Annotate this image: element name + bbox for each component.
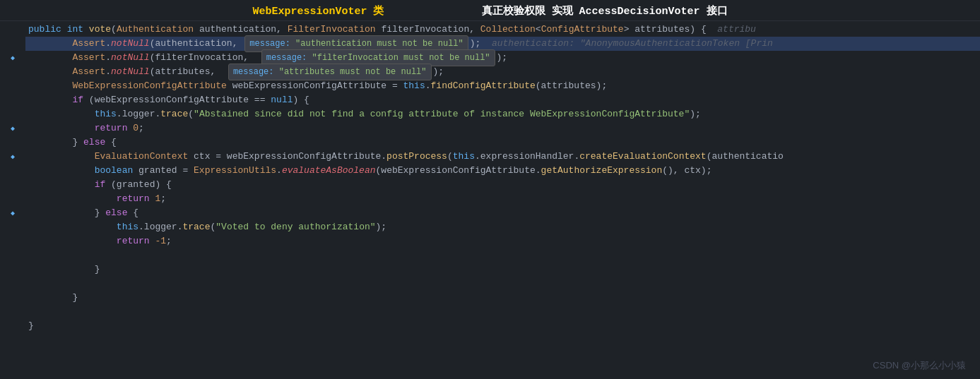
code-line-13: return 1 ; [25,192,980,206]
close7: ); [690,107,701,121]
not-null-italic: notNull [111,37,150,51]
if-kw2: if [95,178,106,192]
brace-open14: { [127,206,138,220]
space3 [194,23,199,37]
find-config: findConfigAttribute [431,79,536,93]
paren-close1: ); [470,37,492,51]
brace-close9: } [72,136,83,150]
space13 [150,192,155,206]
params11: (webExpressionConfigAttribute. [376,164,541,178]
indent-line5 [28,79,72,93]
get-authorize: getAuthorizeExpression [541,164,663,178]
gutter-line-21 [0,305,25,319]
type-webexpression: WebExpressionConfigAttribute [72,79,226,93]
else-kw: else [83,136,105,150]
gutter-line-14: ◆ [0,206,25,220]
hint-label-text: message: [249,39,290,49]
assert-class: Assert [72,37,105,51]
gutter-line-13 [0,192,25,206]
space11: granted = [133,164,194,178]
gutter-line-23 [0,333,25,347]
gutter-line-17 [0,248,25,263]
space2 [83,23,89,37]
gutter-line-16 [0,234,25,248]
semi13: ; [160,192,166,206]
indent-line7 [28,107,95,121]
kw-int: int [67,23,83,37]
code-line-18: } [25,263,980,277]
dot4: . [425,79,431,93]
gutter-line-22 [0,319,25,333]
indent-line13 [28,192,117,206]
paren-open1: (authentication, [150,37,244,51]
boolean-kw: boolean [95,164,134,178]
paren-close2: ); [497,51,508,65]
expr-utils: ExpressionUtils [194,164,276,178]
dot5: . [117,107,122,121]
logger-ref2: logger. [144,220,183,234]
string-abstained: "Abstained since did not find a config a… [194,107,690,121]
method-vote: vote [89,23,111,37]
string-voted: "Voted to deny authorization" [216,220,375,234]
indent-line11 [28,164,95,178]
gutter-line-4 [0,65,25,79]
post-process: postProcess [386,150,447,164]
dot3: . [105,65,111,79]
indent-line18 [28,263,95,277]
type-evalcontext: EvaluationContext [95,150,189,164]
hint-label3: message: [233,67,274,77]
code-line-20: } [25,291,980,305]
code-line-19 [25,277,980,291]
gutter-line-18 [0,263,25,277]
param-attributes: attributes) { [634,23,717,37]
code-line-21 [25,305,980,319]
indent-line8 [28,121,95,136]
title-part2: 真正校验权限 实现 AccessDecisionVoter 接口 [482,6,728,18]
empty19 [28,277,34,291]
code-line-1: public int vote ( Authentication authent… [25,23,980,37]
brace-close20: } [72,291,78,305]
code-line-7: this . logger. trace ( "Abstained since … [25,107,980,121]
gutter-line-2 [0,37,25,51]
space16 [150,234,155,248]
dot15: . [138,220,144,234]
brace-close22: } [28,319,34,333]
editor-container: WebExpressionVoter 类 真正校验权限 实现 AccessDec… [0,0,980,379]
code-line-16: return -1 ; [25,234,980,248]
brace-close18: } [95,263,100,277]
gutter: ◆ ◆ ◆ ◆ [0,21,25,372]
param-filterinvocation: filterInvocation, [381,23,480,37]
code-line-2: Assert . notNull (authentication, messag… [25,37,980,51]
type-filterinvocation: FilterInvocation [288,23,376,37]
gutter-line-6 [0,93,25,107]
gutter-line-10: ◆ [0,150,25,164]
hint-string2: "filterInvocation must not be null" [312,53,490,63]
paren-close3: ); [433,65,444,79]
title-part1: WebExpressionVoter 类 [252,6,384,18]
code-line-5: WebExpressionConfigAttribute webExpressi… [25,79,980,93]
paren-open3: (attributes, [150,65,227,79]
if-kw: if [72,93,83,107]
gutter-line-8: ◆ [0,121,25,136]
space6: (webExpressionConfigAttribute == [83,93,271,107]
create-eval: createEvaluationContext [579,150,706,164]
code-line-22: } [25,319,980,333]
indent-line20 [28,291,72,305]
code-area: ◆ ◆ ◆ ◆ public [0,21,980,372]
paren15a: ( [210,220,216,234]
brace-open6: ) { [293,93,309,107]
code-line-10: EvaluationContext ctx = webExpressionCon… [25,150,980,164]
return-val2: 1 [155,192,160,206]
eval-as-bool-italic: evaluateAsBoolean [282,164,376,178]
code-line-17 [25,248,980,263]
code-line-4: Assert . notNull (attributes, message: "… [25,65,980,79]
gutter-line-12 [0,178,25,192]
semi16: ; [166,234,172,248]
title-bar: WebExpressionVoter 类 真正校验权限 实现 AccessDec… [0,0,980,21]
brace-open9: { [105,136,117,150]
return-val1: 0 [133,121,138,136]
paren10b: (authenticatio [707,150,784,164]
space10: ctx = webExpressionConfigAttribute. [188,150,386,164]
dot1: . [105,37,111,51]
indent-line4 [28,65,72,79]
